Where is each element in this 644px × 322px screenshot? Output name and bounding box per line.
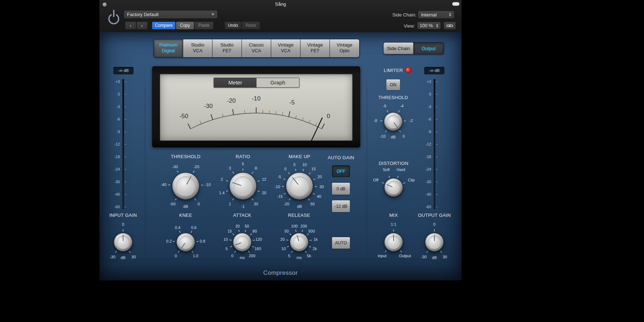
stepper-icon [436, 24, 438, 28]
meter-tick-label: -40 [426, 192, 431, 196]
meter-tick [125, 82, 126, 82]
meter-tick [436, 157, 438, 157]
meter-tick-label: -24 [114, 167, 120, 171]
meter-tick [125, 157, 126, 157]
knob-scale-label: 500 [308, 229, 315, 233]
knob-scale-label: Hard [397, 167, 405, 172]
knob-scale-label: 200 [301, 224, 307, 228]
auto-gain-off-button[interactable]: OFF [332, 165, 350, 177]
input-gain-label: INPUT GAIN [109, 213, 137, 218]
undo-button[interactable]: Undo [225, 22, 241, 29]
knob-face [172, 172, 199, 200]
knob-unit-label: :1 [241, 204, 244, 209]
meter-tick-label: -18 [114, 155, 120, 159]
model-button-vintage-fet[interactable]: VintageFET [301, 39, 330, 57]
knob-scale-label: -40 [161, 182, 166, 187]
knob-face [229, 172, 257, 200]
view-select[interactable]: 100 % [417, 22, 441, 29]
power-button[interactable] [107, 8, 121, 25]
tab-graph[interactable]: Graph [257, 78, 299, 87]
header-menu-pill[interactable] [452, 2, 459, 6]
auto-gain-0-db-button[interactable]: 0 dB [332, 183, 350, 195]
sidechain-output-toggle: Side ChainOutput [384, 43, 444, 54]
knob-scale-label: 40 [317, 194, 321, 199]
knob-scale-label: 0.6 [191, 225, 196, 230]
plugin-window: Sång Factory Default ‹ › Compare Copy Pa… [99, 0, 462, 280]
meter-tick [125, 119, 126, 119]
knob-face [425, 233, 444, 252]
knob-scale-label: -10 [274, 185, 280, 189]
knob-pointer [425, 233, 443, 251]
knob-scale-label: -6 [383, 104, 386, 108]
desktop-background: Sång Factory Default ‹ › Compare Copy Pa… [0, 0, 644, 322]
knob-scale-label: -5 [278, 175, 281, 179]
meter-tick [436, 207, 438, 207]
knob-scale-label: -4 [400, 104, 404, 108]
knob-scale-label: -20 [194, 165, 199, 169]
meter-tick-label: -18 [426, 155, 431, 159]
side-chain-button[interactable]: Side Chain [384, 43, 414, 54]
model-button-classic-vca[interactable]: ClassicVCA [242, 39, 271, 57]
knob-scale-label: 1.4 [219, 191, 224, 195]
knob-tick [434, 229, 435, 231]
redo-button[interactable]: Redo [242, 22, 260, 29]
meter-tick-label: -12 [114, 142, 120, 146]
chevron-down-icon [211, 14, 214, 15]
knob-scale-label: Soft [383, 167, 390, 172]
knob-unit-label: dB [297, 204, 302, 209]
limiter-on-button[interactable]: ON [386, 79, 400, 90]
release-label: RELEASE [288, 213, 310, 218]
knob-scale-label: -50 [170, 202, 176, 206]
model-button-studio-fet[interactable]: StudioFET [213, 39, 242, 57]
knob-scale-label: 0 [433, 222, 435, 226]
limiter-threshold-label: THRESHOLD [379, 95, 408, 100]
next-preset-button[interactable]: › [137, 22, 147, 29]
paste-button[interactable]: Paste [195, 22, 213, 29]
knob-scale-label: Off [373, 178, 378, 182]
meter-tick [436, 194, 438, 195]
meter-tick-label: 0 [118, 92, 120, 96]
knob-face [384, 233, 403, 252]
panel-divider [145, 66, 145, 265]
model-button-studio-vca[interactable]: StudioVCA [183, 39, 213, 57]
plugin-name: Compressor [99, 269, 462, 277]
meter-tick [436, 94, 438, 94]
preset-select[interactable]: Factory Default [124, 10, 218, 19]
model-button-vintage-opto[interactable]: VintageOpto [330, 39, 359, 57]
auto-gain-12-db-button[interactable]: -12 dB [332, 200, 350, 212]
knob-scale-label: -10 [380, 134, 386, 138]
knob-scale-label: 5 [242, 162, 244, 166]
output-level-display: -∞ dB [424, 67, 444, 74]
attack-label: ATTACK [233, 213, 251, 218]
model-button-platinum-digital[interactable]: PlatinumDigital [154, 39, 183, 57]
knob-scale-label: 30 [131, 255, 136, 259]
meter-tick-label: -40 [114, 192, 120, 196]
output-button[interactable]: Output [414, 43, 444, 54]
ratio-label: RATIO [236, 154, 250, 159]
knob-tick [393, 229, 394, 231]
knob-unit-label: dB [121, 255, 125, 260]
knob-scale-label: 50 [310, 202, 314, 206]
meter-tick [436, 169, 438, 170]
copy-button[interactable]: Copy [176, 22, 194, 29]
side-chain-label: Side Chain: [379, 12, 416, 18]
side-chain-select[interactable]: Internal [418, 11, 454, 19]
mix-label: MIX [389, 213, 398, 218]
knob-scale-label: 5 [225, 247, 228, 251]
meter-tick [125, 169, 126, 170]
link-button[interactable] [444, 22, 456, 29]
knob-scale-label: 2k [313, 247, 317, 251]
prev-preset-button[interactable]: ‹ [125, 22, 136, 29]
knob-scale-label: 1:1 [391, 222, 396, 226]
model-button-vintage-vca[interactable]: VintageVCA [271, 39, 301, 57]
power-icon [107, 8, 121, 25]
threshold-label: THRESHOLD [171, 154, 201, 159]
knob-scale-label: 200 [249, 254, 255, 258]
tab-meter[interactable]: Meter [214, 78, 257, 87]
output-gain-label: OUTPUT GAIN [418, 213, 451, 218]
auto-button[interactable]: AUTO [332, 237, 350, 249]
meter-tick [436, 144, 438, 145]
knob-scale-label: 15 [228, 229, 232, 233]
knob-scale-label: 5k [307, 254, 311, 258]
compare-button[interactable]: Compare [152, 22, 175, 29]
